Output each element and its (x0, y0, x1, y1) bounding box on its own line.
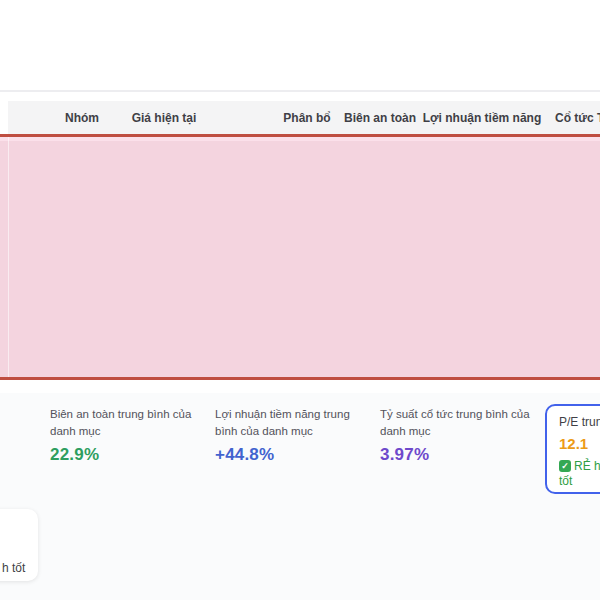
lower-section-top-strip (0, 380, 600, 394)
column-header-phan-bo[interactable]: Phân bổ (283, 101, 330, 134)
pe-card-label: P/E trung (559, 415, 600, 429)
column-header-co-tuc-tb[interactable]: Cổ tức TB (555, 101, 600, 134)
section-divider (0, 90, 600, 92)
pe-summary-card: P/E trung 12.1 ✓ RẺ hơ tốt (545, 404, 600, 494)
stat-dividend-yield-label: Tỷ suất cổ tức trung bình của danh mục (380, 406, 530, 440)
portfolio-screen: Nhóm Giá hiện tại Phân bổ Biên an toàn L… (0, 0, 600, 600)
stat-dividend-yield-value: 3.97% (380, 445, 530, 465)
stat-potential-return-value: +44.8% (215, 445, 375, 465)
stat-safety-margin-value: 22.9% (50, 445, 218, 465)
column-header-bien-an-toan[interactable]: Biên an toàn (344, 101, 416, 134)
column-header-gia-hien-tai[interactable]: Giá hiện tại (132, 101, 197, 134)
stat-potential-return-label: Lợi nhuận tiềm năng trung bình của danh … (215, 406, 375, 440)
cutoff-card: h tốt (0, 509, 38, 581)
redaction-highlight-overlay (0, 134, 600, 380)
checked-checkbox-icon: ✓ (559, 460, 571, 472)
stat-safety-margin-label: Biên an toàn trung bình của danh mục (50, 406, 218, 440)
stat-dividend-yield: Tỷ suất cổ tức trung bình của danh mục 3… (380, 406, 530, 465)
cutoff-card-text: h tốt (2, 561, 25, 575)
column-header-loi-nhuan-tiem-nang[interactable]: Lợi nhuận tiềm năng (423, 101, 542, 134)
pe-card-note-line1: RẺ hơ (574, 459, 600, 473)
column-header-nhom[interactable]: Nhóm (65, 101, 99, 134)
pe-card-note-line2: tốt (559, 474, 600, 488)
stat-safety-margin: Biên an toàn trung bình của danh mục 22.… (50, 406, 218, 465)
pe-card-value: 12.1 (559, 435, 600, 452)
pe-card-note: ✓ RẺ hơ (559, 459, 600, 473)
stat-potential-return: Lợi nhuận tiềm năng trung bình của danh … (215, 406, 375, 465)
table-header-row: Nhóm Giá hiện tại Phân bổ Biên an toàn L… (8, 101, 600, 134)
